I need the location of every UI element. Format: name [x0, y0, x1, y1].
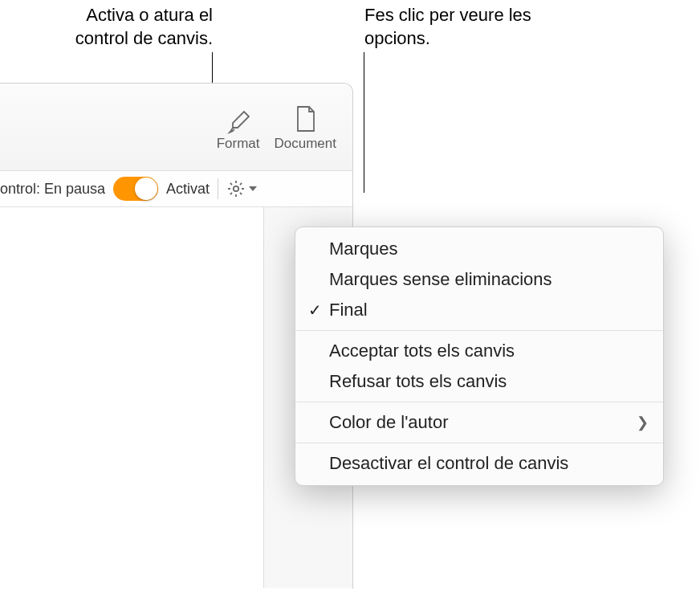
menu-separator: [295, 402, 663, 402]
document-button[interactable]: Document: [275, 104, 336, 152]
document-label: Document: [275, 136, 336, 152]
svg-point-0: [234, 186, 238, 191]
tracking-options-dropdown[interactable]: [226, 179, 258, 198]
document-icon: [291, 104, 319, 134]
menu-item-label: Marques: [329, 239, 398, 259]
menu-item-accept-all[interactable]: Acceptar tots els canvis: [295, 336, 663, 366]
chevron-down-icon: [247, 184, 258, 194]
tracking-toggle[interactable]: [113, 177, 158, 201]
tracking-bar: ontrol: En pausa Activat: [0, 170, 352, 207]
menu-item-label: Desactivar el control de canvis: [329, 453, 568, 474]
menu-item-markup-no-deletions[interactable]: Marques sense eliminacions: [295, 264, 663, 295]
toolbar: Format Document: [0, 84, 352, 170]
brush-icon: [225, 104, 252, 134]
document-page: [0, 207, 264, 588]
callout-line: [364, 52, 364, 193]
format-label: Format: [217, 136, 260, 152]
callout-toggle: Activa o atura el control de canvis.: [32, 4, 213, 50]
gear-icon: [226, 179, 246, 198]
tracking-state: Activat: [166, 181, 210, 198]
format-button[interactable]: Format: [217, 104, 260, 152]
menu-item-disable-tracking[interactable]: Desactivar el control de canvis: [295, 448, 663, 479]
menu-item-markup[interactable]: Marques: [295, 234, 663, 264]
chevron-right-icon: ❯: [637, 414, 649, 431]
menu-separator: [295, 443, 663, 443]
menu-item-label: Color de l'autor: [329, 412, 449, 433]
menu-item-label: Refusar tots els canvis: [329, 371, 507, 392]
menu-item-final[interactable]: Final: [295, 295, 663, 325]
menu-item-label: Acceptar tots els canvis: [329, 341, 515, 361]
menu-item-author-color[interactable]: Color de l'autor ❯: [295, 407, 663, 438]
tracking-options-menu: Marques Marques sense eliminacions Final…: [295, 227, 664, 486]
tracking-label: ontrol: En pausa: [0, 181, 105, 198]
menu-item-label: Marques sense eliminacions: [329, 269, 552, 290]
divider: [218, 178, 218, 199]
menu-item-label: Final: [329, 300, 368, 320]
callout-options: Fes clic per veure les opcions.: [364, 4, 549, 50]
menu-item-reject-all[interactable]: Refusar tots els canvis: [295, 366, 663, 397]
menu-separator: [295, 330, 663, 331]
